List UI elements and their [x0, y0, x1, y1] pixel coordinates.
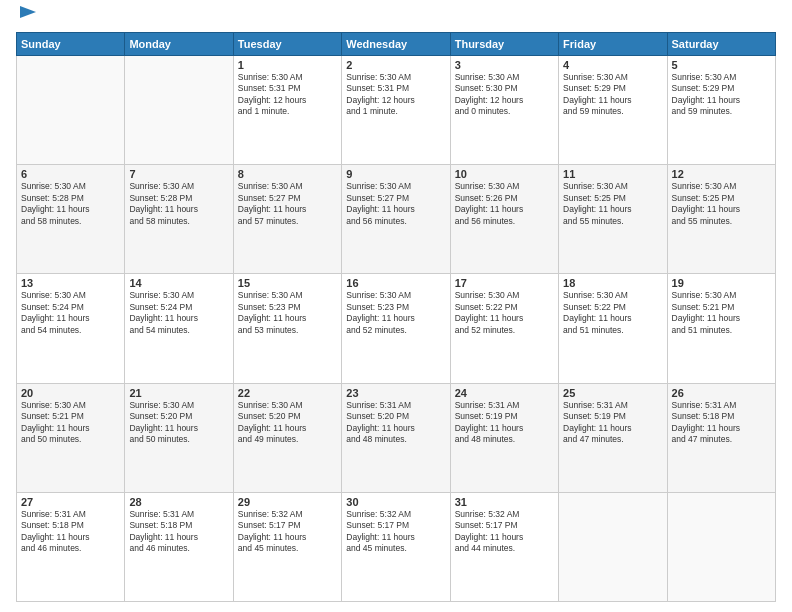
cell-text-line: Daylight: 11 hours	[21, 423, 120, 434]
cell-text-line: Sunrise: 5:31 AM	[563, 400, 662, 411]
cell-text-line: Daylight: 11 hours	[346, 204, 445, 215]
calendar-cell: 27Sunrise: 5:31 AMSunset: 5:18 PMDayligh…	[17, 492, 125, 601]
calendar-cell: 3Sunrise: 5:30 AMSunset: 5:30 PMDaylight…	[450, 56, 558, 165]
cell-text-line: and 55 minutes.	[672, 216, 771, 227]
cell-text-line: Sunset: 5:29 PM	[672, 83, 771, 94]
cell-text-line: Sunrise: 5:31 AM	[346, 400, 445, 411]
cell-text-line: Sunset: 5:28 PM	[21, 193, 120, 204]
cell-text-line: and 1 minute.	[346, 106, 445, 117]
day-number: 12	[672, 168, 771, 180]
cell-text-line: Sunrise: 5:30 AM	[129, 290, 228, 301]
cell-text-line: Daylight: 11 hours	[21, 532, 120, 543]
cell-text-line: and 47 minutes.	[672, 434, 771, 445]
calendar-cell: 13Sunrise: 5:30 AMSunset: 5:24 PMDayligh…	[17, 274, 125, 383]
svg-marker-0	[20, 6, 36, 18]
cell-text-line: Sunrise: 5:30 AM	[238, 72, 337, 83]
calendar-cell: 8Sunrise: 5:30 AMSunset: 5:27 PMDaylight…	[233, 165, 341, 274]
cell-text-line: Sunrise: 5:30 AM	[672, 181, 771, 192]
day-number: 22	[238, 387, 337, 399]
calendar-cell	[667, 492, 775, 601]
cell-text-line: Sunrise: 5:31 AM	[129, 509, 228, 520]
cell-text-line: Daylight: 11 hours	[672, 204, 771, 215]
cell-text-line: and 56 minutes.	[455, 216, 554, 227]
day-header-thursday: Thursday	[450, 33, 558, 56]
cell-text-line: Sunrise: 5:30 AM	[21, 400, 120, 411]
cell-text-line: Daylight: 11 hours	[129, 313, 228, 324]
cell-text-line: Sunrise: 5:30 AM	[238, 400, 337, 411]
cell-text-line: Sunset: 5:18 PM	[672, 411, 771, 422]
cell-text-line: Daylight: 11 hours	[238, 313, 337, 324]
cell-text-line: Sunset: 5:17 PM	[346, 520, 445, 531]
cell-text-line: and 51 minutes.	[563, 325, 662, 336]
day-header-monday: Monday	[125, 33, 233, 56]
cell-text-line: Daylight: 11 hours	[129, 423, 228, 434]
day-number: 4	[563, 59, 662, 71]
cell-text-line: and 53 minutes.	[238, 325, 337, 336]
cell-text-line: and 46 minutes.	[21, 543, 120, 554]
logo-flag-icon	[18, 4, 38, 24]
calendar-table: SundayMondayTuesdayWednesdayThursdayFrid…	[16, 32, 776, 602]
calendar-cell: 30Sunrise: 5:32 AMSunset: 5:17 PMDayligh…	[342, 492, 450, 601]
cell-text-line: Daylight: 11 hours	[455, 204, 554, 215]
day-number: 9	[346, 168, 445, 180]
calendar-cell: 18Sunrise: 5:30 AMSunset: 5:22 PMDayligh…	[559, 274, 667, 383]
cell-text-line: Sunset: 5:19 PM	[563, 411, 662, 422]
cell-text-line: Sunset: 5:20 PM	[129, 411, 228, 422]
cell-text-line: Sunset: 5:22 PM	[563, 302, 662, 313]
calendar-cell: 20Sunrise: 5:30 AMSunset: 5:21 PMDayligh…	[17, 383, 125, 492]
calendar-cell: 1Sunrise: 5:30 AMSunset: 5:31 PMDaylight…	[233, 56, 341, 165]
cell-text-line: and 50 minutes.	[129, 434, 228, 445]
calendar-cell: 24Sunrise: 5:31 AMSunset: 5:19 PMDayligh…	[450, 383, 558, 492]
calendar-cell: 29Sunrise: 5:32 AMSunset: 5:17 PMDayligh…	[233, 492, 341, 601]
cell-text-line: and 48 minutes.	[346, 434, 445, 445]
cell-text-line: Sunset: 5:25 PM	[672, 193, 771, 204]
cell-text-line: Sunrise: 5:30 AM	[238, 181, 337, 192]
cell-text-line: Daylight: 11 hours	[455, 313, 554, 324]
cell-text-line: Daylight: 11 hours	[455, 532, 554, 543]
cell-text-line: and 52 minutes.	[346, 325, 445, 336]
day-number: 13	[21, 277, 120, 289]
calendar-week-row: 27Sunrise: 5:31 AMSunset: 5:18 PMDayligh…	[17, 492, 776, 601]
calendar-cell: 17Sunrise: 5:30 AMSunset: 5:22 PMDayligh…	[450, 274, 558, 383]
calendar-week-row: 13Sunrise: 5:30 AMSunset: 5:24 PMDayligh…	[17, 274, 776, 383]
cell-text-line: Sunrise: 5:30 AM	[129, 400, 228, 411]
cell-text-line: Sunset: 5:19 PM	[455, 411, 554, 422]
cell-text-line: Sunset: 5:22 PM	[455, 302, 554, 313]
calendar-cell: 19Sunrise: 5:30 AMSunset: 5:21 PMDayligh…	[667, 274, 775, 383]
cell-text-line: and 50 minutes.	[21, 434, 120, 445]
day-number: 29	[238, 496, 337, 508]
cell-text-line: Sunset: 5:20 PM	[346, 411, 445, 422]
cell-text-line: and 58 minutes.	[21, 216, 120, 227]
cell-text-line: Sunrise: 5:30 AM	[455, 181, 554, 192]
calendar-cell	[125, 56, 233, 165]
cell-text-line: and 54 minutes.	[21, 325, 120, 336]
day-number: 26	[672, 387, 771, 399]
cell-text-line: Sunset: 5:17 PM	[455, 520, 554, 531]
cell-text-line: and 0 minutes.	[455, 106, 554, 117]
cell-text-line: Sunset: 5:18 PM	[129, 520, 228, 531]
cell-text-line: Daylight: 11 hours	[563, 423, 662, 434]
cell-text-line: Sunset: 5:29 PM	[563, 83, 662, 94]
day-number: 21	[129, 387, 228, 399]
day-header-saturday: Saturday	[667, 33, 775, 56]
cell-text-line: Sunrise: 5:32 AM	[346, 509, 445, 520]
cell-text-line: Sunset: 5:27 PM	[346, 193, 445, 204]
day-number: 25	[563, 387, 662, 399]
cell-text-line: Sunset: 5:17 PM	[238, 520, 337, 531]
calendar-cell: 25Sunrise: 5:31 AMSunset: 5:19 PMDayligh…	[559, 383, 667, 492]
cell-text-line: and 45 minutes.	[346, 543, 445, 554]
cell-text-line: Sunset: 5:20 PM	[238, 411, 337, 422]
day-number: 6	[21, 168, 120, 180]
day-number: 18	[563, 277, 662, 289]
cell-text-line: Sunrise: 5:30 AM	[455, 290, 554, 301]
cell-text-line: Daylight: 11 hours	[346, 532, 445, 543]
cell-text-line: Sunrise: 5:30 AM	[346, 290, 445, 301]
cell-text-line: Sunrise: 5:30 AM	[563, 72, 662, 83]
cell-text-line: Sunrise: 5:30 AM	[672, 72, 771, 83]
day-header-wednesday: Wednesday	[342, 33, 450, 56]
day-number: 3	[455, 59, 554, 71]
calendar-week-row: 1Sunrise: 5:30 AMSunset: 5:31 PMDaylight…	[17, 56, 776, 165]
day-number: 10	[455, 168, 554, 180]
cell-text-line: and 59 minutes.	[672, 106, 771, 117]
calendar-cell: 26Sunrise: 5:31 AMSunset: 5:18 PMDayligh…	[667, 383, 775, 492]
